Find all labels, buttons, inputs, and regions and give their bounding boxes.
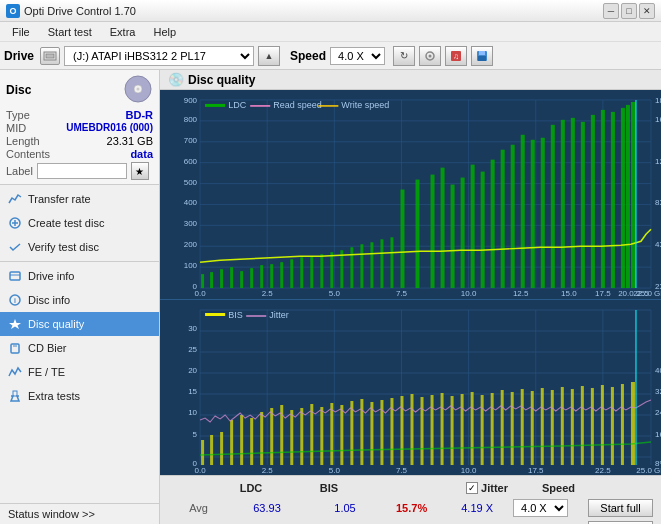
sidebar-label-fe-te: FE / TE	[28, 366, 65, 378]
eject-button[interactable]: ▲	[258, 46, 280, 66]
speed-chart-selector[interactable]: 4.0 X	[513, 499, 568, 517]
svg-rect-71	[220, 269, 223, 288]
svg-rect-196	[591, 388, 594, 465]
disc-label-input[interactable]	[37, 163, 127, 179]
svg-rect-104	[561, 120, 565, 288]
disc-type-label: Type	[6, 109, 30, 121]
svg-rect-184	[471, 392, 474, 465]
svg-rect-86	[370, 242, 373, 288]
toolbar: Drive (J:) ATAPI iHBS312 2 PL17 ▲ Speed …	[0, 42, 661, 70]
svg-rect-20	[11, 344, 19, 353]
jitter-column-header: Jitter	[481, 482, 508, 494]
sidebar-item-transfer-rate[interactable]: Transfer rate	[0, 187, 159, 211]
svg-rect-106	[581, 122, 585, 288]
drive-selector[interactable]: (J:) ATAPI iHBS312 2 PL17	[64, 46, 254, 66]
sidebar-label-transfer-rate: Transfer rate	[28, 193, 91, 205]
svg-rect-197	[601, 385, 604, 465]
svg-rect-94	[461, 178, 465, 288]
svg-rect-98	[501, 150, 505, 288]
menu-start-test[interactable]: Start test	[40, 24, 100, 40]
svg-rect-103	[551, 125, 555, 288]
jitter-checkbox-area: ✓ Jitter	[466, 482, 508, 494]
sidebar-item-extra-tests[interactable]: Extra tests	[0, 384, 159, 408]
avg-row-label: Avg	[168, 502, 208, 514]
svg-rect-167	[300, 408, 303, 465]
save-button[interactable]	[471, 46, 493, 66]
svg-rect-169	[320, 407, 323, 465]
svg-rect-199	[621, 384, 624, 465]
menu-extra[interactable]: Extra	[102, 24, 144, 40]
stats-max-row: Max 838 21 25.5% Position 23862 MB Start…	[168, 520, 653, 524]
svg-rect-7	[479, 51, 485, 55]
stats-headers-row: LDC BIS ✓ Jitter Speed	[168, 480, 653, 496]
svg-text:Jitter: Jitter	[269, 310, 289, 320]
svg-rect-185	[481, 395, 484, 465]
drive-info-icon	[8, 269, 22, 283]
start-full-button[interactable]: Start full	[588, 499, 653, 517]
svg-text:10: 10	[188, 408, 197, 417]
bis-column-header: BIS	[320, 482, 338, 494]
sidebar-item-verify-test-disc[interactable]: Verify test disc	[0, 235, 159, 259]
svg-rect-95	[471, 165, 475, 288]
svg-rect-93	[451, 185, 455, 289]
svg-rect-92	[441, 168, 445, 288]
svg-rect-170	[330, 403, 333, 465]
sidebar-item-drive-info[interactable]: Drive info	[0, 264, 159, 288]
avg-jitter-value: 15.7%	[396, 502, 427, 514]
svg-rect-178	[411, 394, 414, 465]
sidebar-label-create-test-disc: Create test disc	[28, 217, 104, 229]
svg-text:0.0: 0.0	[195, 466, 207, 475]
jitter-checkbox[interactable]: ✓	[466, 482, 478, 494]
titlebar: O Opti Drive Control 1.70 ─ □ ✕	[0, 0, 661, 22]
svg-rect-110	[621, 108, 625, 288]
nav-items: Transfer rate Create test disc Verify te…	[0, 185, 159, 503]
sidebar: Disc Type BD-R MID UMEBDR016 (000) Leng	[0, 70, 160, 524]
svg-rect-111	[626, 105, 630, 288]
svg-rect-76	[270, 264, 273, 288]
svg-rect-70	[210, 272, 213, 288]
bis-header: BIS	[294, 482, 364, 494]
sidebar-item-cd-bier[interactable]: CD Bier	[0, 336, 159, 360]
sidebar-item-create-test-disc[interactable]: Create test disc	[0, 211, 159, 235]
ldc-header: LDC	[216, 482, 286, 494]
svg-rect-1	[46, 54, 54, 58]
window-controls[interactable]: ─ □ ✕	[603, 3, 655, 19]
sidebar-item-disc-quality[interactable]: Disc quality	[0, 312, 159, 336]
minimize-button[interactable]: ─	[603, 3, 619, 19]
sidebar-item-disc-info[interactable]: i Disc info	[0, 288, 159, 312]
disc-label-button[interactable]: ★	[131, 162, 149, 180]
sidebar-item-fe-te[interactable]: FE / TE	[0, 360, 159, 384]
settings-button2[interactable]: ♫	[445, 46, 467, 66]
svg-text:15: 15	[188, 387, 197, 396]
svg-text:5: 5	[193, 430, 198, 439]
maximize-button[interactable]: □	[621, 3, 637, 19]
svg-rect-84	[350, 247, 353, 288]
status-window-button[interactable]: Status window >>	[0, 503, 159, 524]
svg-rect-190	[531, 391, 534, 465]
settings-button1[interactable]	[419, 46, 441, 66]
svg-rect-102	[541, 138, 545, 288]
svg-rect-158	[210, 435, 213, 465]
disc-info-icon: i	[8, 293, 22, 307]
ldc-column-header: LDC	[240, 482, 263, 494]
menu-file[interactable]: File	[4, 24, 38, 40]
svg-text:16%: 16%	[655, 430, 661, 439]
transfer-rate-icon	[8, 192, 22, 206]
menu-help[interactable]: Help	[145, 24, 184, 40]
cd-bier-icon	[8, 341, 22, 355]
svg-text:30: 30	[188, 324, 197, 333]
svg-text:500: 500	[184, 178, 198, 187]
disc-quality-icon	[8, 317, 22, 331]
refresh-button[interactable]: ↻	[393, 46, 415, 66]
close-button[interactable]: ✕	[639, 3, 655, 19]
svg-rect-72	[230, 267, 233, 288]
speed-selector[interactable]: 4.0 X	[330, 47, 385, 65]
speed-display-value: 4.19 X	[461, 502, 493, 514]
svg-point-3	[429, 54, 432, 57]
menubar: File Start test Extra Help	[0, 22, 661, 42]
svg-text:12X: 12X	[655, 157, 661, 166]
avg-bis-value: 1.05	[334, 502, 355, 514]
disc-length-row: Length 23.31 GB	[6, 135, 153, 147]
svg-rect-8	[478, 56, 486, 61]
verify-test-disc-icon	[8, 240, 22, 254]
